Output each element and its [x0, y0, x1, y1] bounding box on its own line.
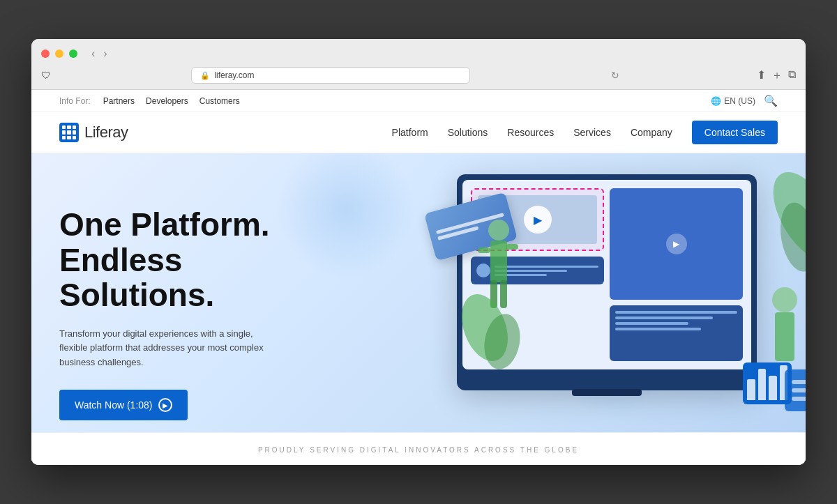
logo-dot-8	[67, 136, 70, 139]
browser-actions: ⬆ ＋ ⧉	[757, 68, 796, 83]
stat-line-2	[615, 316, 713, 319]
nav-solutions[interactable]: Solutions	[448, 127, 488, 138]
hero-content: One Platform. Endless Solutions. Transfo…	[59, 207, 338, 420]
logo[interactable]: Liferay	[59, 123, 128, 142]
hero-title-line2: Endless Solutions.	[59, 242, 214, 314]
text-line-1	[495, 266, 598, 268]
chart-bar-3	[769, 376, 777, 400]
nav-resources[interactable]: Resources	[507, 127, 554, 138]
customers-link[interactable]: Customers	[199, 96, 240, 106]
avatar-circle	[476, 264, 490, 277]
url-text: liferay.com	[214, 70, 254, 80]
hero-title-line1: One Platform.	[59, 206, 270, 243]
monitor-base	[572, 389, 642, 396]
watch-now-button[interactable]: Watch Now (1:08) ▶	[59, 390, 188, 420]
lock-icon: 🔒	[200, 71, 210, 80]
browser-controls: ‹ ›	[41, 46, 796, 61]
stat-line-3	[615, 322, 688, 325]
maximize-dot[interactable]	[69, 49, 77, 58]
bottom-bar-text: PROUDLY SERVING DIGITAL INNOVATORS ACROS…	[258, 446, 579, 454]
minimize-dot[interactable]	[55, 49, 63, 58]
logo-text: Liferay	[84, 123, 128, 142]
logo-dot-7	[62, 136, 66, 139]
browser-window: ‹ › 🛡 🔒 liferay.com ↻ ⬆ ＋ ⧉ Info For: Pa…	[31, 39, 806, 465]
forward-button[interactable]: ›	[100, 46, 110, 61]
logo-dot-2	[67, 125, 70, 129]
hero-illustration: ▶	[387, 160, 806, 425]
text-line-3	[495, 274, 547, 276]
partners-link[interactable]: Partners	[103, 96, 135, 106]
website-content: Info For: Partners Developers Customers …	[31, 90, 806, 465]
floating-chart	[743, 362, 792, 404]
logo-dot-6	[73, 130, 76, 134]
chart-bar-2	[758, 369, 767, 400]
logo-dot-1	[62, 125, 66, 129]
text-lines	[495, 266, 598, 276]
back-button[interactable]: ‹	[89, 46, 98, 61]
hero-section: One Platform. Endless Solutions. Transfo…	[31, 153, 806, 432]
right-play-icon: ▶	[666, 234, 687, 254]
top-bar-left: Info For: Partners Developers Customers	[59, 96, 244, 106]
text-line-2	[495, 270, 567, 272]
right-video-card: ▶	[610, 188, 743, 300]
monitor-stand	[586, 373, 628, 390]
shield-icon: 🛡	[41, 70, 51, 81]
logo-dot-5	[67, 130, 70, 134]
new-tab-icon[interactable]: ＋	[771, 68, 783, 83]
nav-company[interactable]: Company	[631, 127, 672, 138]
browser-toolbar: 🛡 🔒 liferay.com ↻ ⬆ ＋ ⧉	[41, 67, 796, 89]
info-for-label: Info For:	[59, 96, 91, 106]
hero-title: One Platform. Endless Solutions.	[59, 207, 338, 313]
watch-btn-text: Watch Now (1:08)	[75, 399, 153, 411]
chart-bar-1	[747, 379, 755, 400]
search-icon[interactable]: 🔍	[764, 94, 778, 107]
stat-line-1	[615, 311, 737, 314]
play-button-large[interactable]: ▶	[524, 206, 552, 234]
screen-right: ▶	[610, 188, 743, 361]
developers-link[interactable]: Developers	[146, 96, 188, 106]
stat-line-4	[615, 328, 701, 330]
globe-icon: 🌐	[711, 96, 721, 106]
logo-icon	[59, 123, 79, 142]
play-icon: ▶	[158, 398, 172, 412]
logo-dot-4	[62, 130, 66, 134]
share-icon[interactable]: ⬆	[757, 68, 766, 83]
close-dot[interactable]	[41, 49, 50, 58]
bottom-bar: PROUDLY SERVING DIGITAL INNOVATORS ACROS…	[31, 432, 806, 465]
contact-sales-button[interactable]: Contact Sales	[692, 121, 778, 144]
logo-dot-3	[73, 125, 76, 129]
address-bar[interactable]: 🔒 liferay.com	[191, 67, 470, 84]
hero-description: Transform your digital experiences with …	[59, 327, 269, 370]
nav-services[interactable]: Services	[573, 127, 611, 138]
lang-text: EN (US)	[724, 96, 755, 106]
top-bar: Info For: Partners Developers Customers …	[31, 90, 806, 112]
top-bar-right: 🌐 EN (US) 🔍	[711, 94, 778, 107]
tabs-icon[interactable]: ⧉	[788, 68, 796, 83]
content-card	[471, 257, 604, 284]
reload-button[interactable]: ↻	[611, 70, 619, 81]
screen-layout: ▶	[471, 188, 743, 361]
nav-buttons: ‹ ›	[89, 46, 110, 61]
main-nav: Liferay Platform Solutions Resources Ser…	[31, 112, 806, 153]
logo-dot-9	[73, 136, 76, 139]
language-selector[interactable]: 🌐 EN (US)	[711, 96, 755, 106]
stats-card	[610, 305, 743, 361]
chart-bar-4	[780, 365, 788, 400]
nav-platform[interactable]: Platform	[392, 127, 428, 138]
monitor: ▶	[422, 174, 799, 425]
nav-links: Platform Solutions Resources Services Co…	[392, 121, 778, 144]
browser-chrome: ‹ › 🛡 🔒 liferay.com ↻ ⬆ ＋ ⧉	[31, 39, 806, 90]
